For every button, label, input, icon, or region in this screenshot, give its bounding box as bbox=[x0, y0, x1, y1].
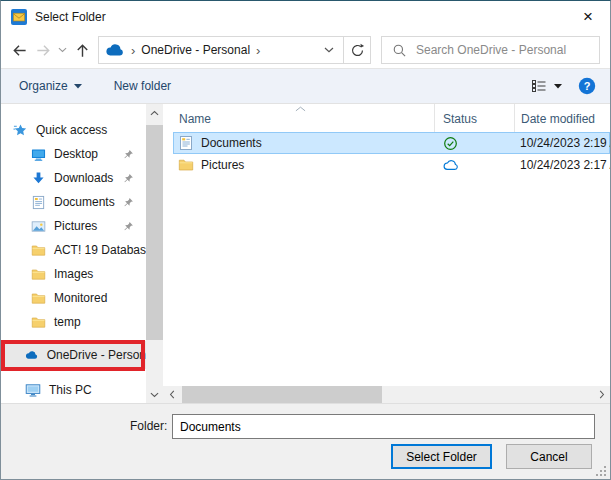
caret-down-icon bbox=[74, 84, 82, 89]
sidebar-item-onedrive-personal[interactable]: OneDrive - Person bbox=[1, 341, 146, 369]
scrollbar-track[interactable] bbox=[180, 386, 593, 403]
window-title: Select Folder bbox=[35, 10, 106, 24]
details-view-icon bbox=[531, 79, 547, 93]
title-bar: Select Folder × bbox=[1, 1, 610, 32]
name-cell: Documents bbox=[173, 135, 434, 151]
change-view-button[interactable] bbox=[531, 79, 562, 93]
scroll-down-arrow[interactable] bbox=[146, 386, 163, 403]
file-rows: Documents 10/24/2023 2:19 A bbox=[163, 132, 610, 403]
sidebar-item-label: Documents bbox=[54, 195, 115, 209]
status-cell bbox=[434, 136, 514, 151]
search-icon bbox=[392, 43, 407, 58]
sidebar-item-label: Pictures bbox=[54, 219, 97, 233]
sidebar-item-documents[interactable]: Documents bbox=[1, 190, 146, 214]
sidebar-item-downloads[interactable]: Downloads bbox=[1, 166, 146, 190]
sidebar-item-label: temp bbox=[54, 315, 81, 329]
close-button[interactable]: × bbox=[576, 7, 600, 27]
navigation-bar: › OneDrive - Personal › bbox=[1, 32, 610, 68]
refresh-button[interactable] bbox=[344, 36, 371, 64]
status-cloud-icon bbox=[443, 160, 459, 171]
svg-text:?: ? bbox=[584, 80, 591, 92]
file-row-pictures[interactable]: Pictures 10/24/2023 2:17 A bbox=[173, 154, 610, 176]
pin-icon bbox=[123, 197, 134, 208]
this-pc-icon bbox=[25, 382, 41, 398]
date-modified-cell: 10/24/2023 2:17 A bbox=[514, 158, 610, 172]
sidebar-vertical-scrollbar[interactable] bbox=[146, 104, 163, 403]
search-input[interactable] bbox=[416, 43, 593, 57]
organize-button[interactable]: Organize bbox=[19, 79, 82, 93]
quick-access-star-icon bbox=[13, 123, 28, 138]
scroll-right-arrow[interactable] bbox=[593, 386, 610, 403]
sidebar-item-label: ACT! 19 Databas bbox=[54, 243, 146, 257]
scroll-up-arrow[interactable] bbox=[146, 104, 163, 121]
navigation-pane: Quick access Desktop Downloads bbox=[1, 104, 146, 403]
scrollbar-thumb[interactable] bbox=[182, 386, 382, 403]
refresh-icon bbox=[350, 43, 365, 58]
sidebar-item-desktop[interactable]: Desktop bbox=[1, 142, 146, 166]
column-header-date-modified[interactable]: Date modified bbox=[514, 104, 610, 132]
organize-label: Organize bbox=[19, 79, 68, 93]
breadcrumb-root[interactable]: OneDrive - Personal bbox=[141, 43, 250, 57]
scrollbar-track[interactable] bbox=[146, 121, 163, 386]
address-bar[interactable]: › OneDrive - Personal › bbox=[98, 36, 344, 64]
folder-icon bbox=[31, 243, 46, 258]
toolbar-right-group: ? bbox=[531, 77, 596, 95]
status-cell bbox=[434, 160, 514, 171]
select-folder-button[interactable]: Select Folder bbox=[391, 444, 492, 469]
onedrive-cloud-icon bbox=[25, 349, 39, 361]
sidebar-item-images[interactable]: Images bbox=[1, 262, 146, 286]
sort-ascending-icon bbox=[295, 106, 306, 112]
forward-arrow-icon bbox=[35, 42, 52, 59]
desktop-icon bbox=[31, 147, 46, 162]
sidebar-item-monitored[interactable]: Monitored bbox=[1, 286, 146, 310]
select-folder-dialog: Select Folder × › OneDrive - Personal › bbox=[0, 0, 611, 480]
column-header-status[interactable]: Status bbox=[434, 104, 514, 132]
pictures-icon bbox=[31, 219, 46, 234]
chevron-down-icon bbox=[150, 392, 159, 398]
file-list-horizontal-scrollbar[interactable] bbox=[163, 386, 610, 403]
folder-icon bbox=[31, 315, 46, 330]
file-name: Pictures bbox=[201, 158, 244, 172]
pin-icon bbox=[123, 173, 134, 184]
sidebar-item-quick-access[interactable]: Quick access bbox=[1, 118, 146, 142]
cancel-button[interactable]: Cancel bbox=[506, 444, 592, 469]
folder-label: Folder: bbox=[130, 419, 167, 433]
sidebar-item-temp[interactable]: temp bbox=[1, 310, 146, 334]
status-synced-icon bbox=[443, 136, 458, 151]
file-row-documents[interactable]: Documents 10/24/2023 2:19 A bbox=[173, 132, 610, 154]
sidebar-item-label: Images bbox=[54, 267, 93, 281]
scrollbar-thumb[interactable] bbox=[146, 125, 163, 340]
back-button[interactable] bbox=[7, 37, 31, 63]
dialog-footer: Folder: Select Folder Cancel bbox=[1, 403, 610, 480]
search-box bbox=[381, 36, 600, 64]
breadcrumb-separator: › bbox=[131, 43, 135, 58]
column-headers: Name Status Date modified bbox=[173, 104, 610, 132]
up-button[interactable] bbox=[70, 37, 94, 63]
folder-name-input[interactable] bbox=[172, 414, 595, 439]
address-dropdown-button[interactable] bbox=[321, 47, 337, 53]
sidebar-item-label: Desktop bbox=[54, 147, 98, 161]
resize-grip[interactable] bbox=[596, 466, 607, 477]
downloads-arrow-icon bbox=[31, 171, 46, 186]
chevron-down-icon bbox=[58, 47, 67, 53]
sidebar-item-label: This PC bbox=[49, 383, 92, 397]
app-icon bbox=[11, 9, 27, 25]
sidebar-item-label: OneDrive - Person bbox=[47, 348, 146, 362]
sidebar-item-pictures[interactable]: Pictures bbox=[1, 214, 146, 238]
folder-icon bbox=[31, 267, 46, 282]
forward-button[interactable] bbox=[31, 37, 55, 63]
caret-down-icon bbox=[554, 84, 562, 89]
new-folder-button[interactable]: New folder bbox=[114, 79, 171, 93]
recent-locations-button[interactable] bbox=[55, 37, 70, 63]
help-button[interactable]: ? bbox=[578, 77, 596, 95]
chevron-up-icon bbox=[150, 110, 159, 116]
folder-icon bbox=[178, 157, 194, 173]
sidebar-item-label: Quick access bbox=[36, 123, 107, 137]
new-folder-label: New folder bbox=[114, 79, 171, 93]
sidebar-item-this-pc[interactable]: This PC bbox=[1, 378, 146, 402]
document-icon bbox=[178, 135, 194, 151]
scroll-left-arrow[interactable] bbox=[163, 386, 180, 403]
content-area: Quick access Desktop Downloads bbox=[1, 104, 610, 403]
help-icon: ? bbox=[578, 77, 596, 95]
sidebar-item-act-19-databases[interactable]: ACT! 19 Databas bbox=[1, 238, 146, 262]
